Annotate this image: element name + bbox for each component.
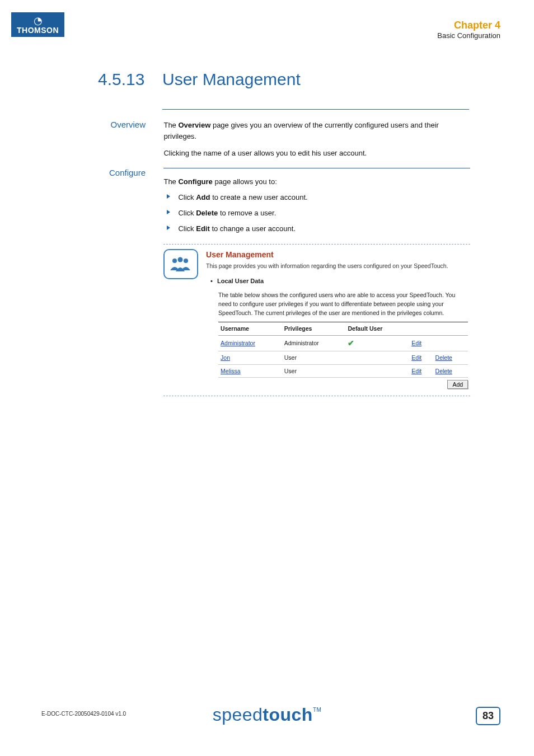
embedded-screenshot: User Management This page provides you w… [163,249,470,389]
users-icon [163,249,198,279]
ss-section: Local User Data The table below shows th… [218,276,468,389]
priv: User [282,351,346,364]
chapter-label: Chapter 4 [437,20,500,31]
table-row: Melissa User Edit Delete [218,364,468,377]
check-icon: ✔ [348,339,354,348]
edit-link[interactable]: Edit [411,354,421,361]
user-link[interactable]: Administrator [221,340,255,346]
brand-name: THOMSON [17,26,59,35]
priv: Administrator [282,335,346,351]
trademark: TM [313,707,321,713]
bullet-list: Click Add to create a new user account. … [163,192,470,234]
bold: Overview [178,121,210,129]
text: The [163,121,178,129]
configure-row: Configure The Configure page allows you … [34,168,481,401]
list-item: Click Add to create a new user account. [163,192,470,203]
configure-label: Configure [34,168,146,177]
brand-icon: ◔ [17,16,59,26]
overview-body: The Overview page gives you an overview … [163,120,470,159]
ss-title: User Management [206,249,468,261]
svg-point-0 [172,259,177,263]
list-item: Click Edit to change a user account. [163,223,470,234]
dashed-rule [163,396,470,396]
ss-desc: The table below shows the configured use… [218,290,468,318]
edit-link[interactable]: Edit [411,340,421,346]
delete-link[interactable]: Delete [435,368,452,374]
table-header: Username Privileges Default User [218,322,468,335]
svg-point-2 [184,259,188,263]
brand-logo: ◔ THOMSON [11,12,64,37]
add-button[interactable]: Add [447,380,468,389]
user-link[interactable]: Jon [221,354,230,361]
table-row: Administrator Administrator ✔ Edit [218,335,468,351]
bold: Configure [178,177,212,186]
text: Clicking the name of a user allows you t… [163,149,367,157]
text: page allows you to: [213,177,277,186]
logo-part-b: touch [263,705,313,725]
document-page: ◔ THOMSON Chapter 4 Basic Configuration … [0,0,534,756]
chapter-subtitle: Basic Configuration [437,31,500,40]
list-item: Click Delete to remove a user. [163,208,470,219]
configure-body: The Configure page allows you to: Click … [163,168,470,401]
screenshot-body: User Management This page provides you w… [206,249,468,389]
table-row: Jon User Edit Delete [218,351,468,364]
ss-subtitle: This page provides you with information … [206,261,468,270]
text: The [163,177,178,186]
ss-section-title: Local User Data [218,276,468,286]
logo-part-a: speed [213,705,263,725]
col-privileges: Privileges [282,322,346,335]
page-header-right: Chapter 4 Basic Configuration [437,20,500,40]
dashed-rule [163,244,470,245]
rule-sub [163,168,470,168]
col-username: Username [218,322,282,335]
edit-link[interactable]: Edit [411,368,421,374]
rule-top [162,109,469,110]
users-table: Username Privileges Default User Adminis… [218,322,468,377]
page-number: 83 [476,707,500,725]
footer-logo: speedtouchTM [0,705,534,725]
section-title: User Management [162,70,301,89]
user-link[interactable]: Melissa [221,368,241,374]
delete-cell [433,335,468,351]
overview-label: Overview [34,120,146,129]
col-default: Default User [345,322,409,335]
delete-link[interactable]: Delete [435,354,452,361]
section-number: 4.5.13 [98,70,144,89]
svg-point-1 [178,257,183,262]
overview-row: Overview The Overview page gives you an … [34,120,481,159]
priv: User [282,364,346,377]
